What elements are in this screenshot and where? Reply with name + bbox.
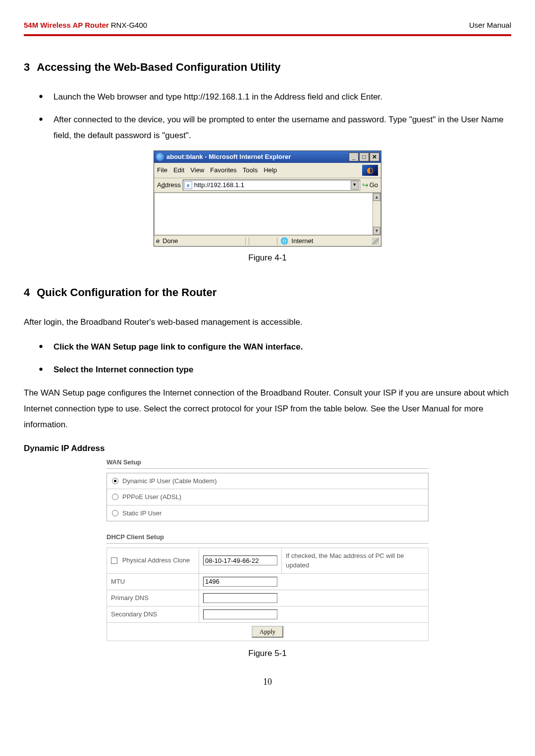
apply-button[interactable]: Apply [252,626,284,638]
section-3-bullets: Launch the Web browser and type http://1… [39,89,511,144]
table-row: Apply [107,622,428,641]
header-divider [24,34,511,36]
list-item: Launch the Web browser and type http://1… [39,89,511,105]
radio-label: Dynamic IP User (Cable Modem) [122,476,216,486]
ie-icon [156,153,164,161]
ie-statusbar: e Done 🌐 Internet [154,235,381,246]
go-label: Go [370,180,378,190]
status-done: Done [162,236,178,246]
menu-help[interactable]: Help [264,165,277,175]
status-zone: Internet [291,236,313,246]
ie-title-text: about:blank - Microsoft Internet Explore… [166,152,348,162]
page-number: 10 [24,675,511,689]
pac-label: Physical Address Clone [122,556,190,564]
section-4-bold-bullets: Click the WAN Setup page link to configu… [39,339,511,378]
section-4-heading: 4Quick Configuration for the Router [24,284,511,301]
menu-edit[interactable]: Edit [173,165,184,175]
status-page-icon: e [156,236,160,246]
radio-static-ip[interactable]: Static IP User [107,505,428,521]
page-icon: e [184,181,192,189]
radio-pppoe[interactable]: PPPoE User (ADSL) [107,489,428,505]
section-3-title: Accessing the Web-Based Configuration Ut… [37,61,280,73]
section-4-intro: After login, the Broadband Router's web-… [24,314,511,330]
section-3-number: 3 [24,61,30,73]
secondary-dns-label: Secondary DNS [107,606,199,622]
page-header: 54M Wireless AP Router RNX-G400 User Man… [24,20,511,33]
table-row: Primary DNS [107,590,428,606]
go-icon: ↪ [362,180,369,191]
checkbox-pac[interactable] [111,557,117,564]
table-row: Physical Address Clone If checked, the M… [107,548,428,573]
wan-radio-group: Dynamic IP User (Cable Modem) PPPoE User… [107,473,428,522]
dynamic-ip-heading: Dynamic IP Address [24,442,511,455]
go-button[interactable]: ↪ Go [362,180,378,191]
dhcp-title: DHCP Client Setup [107,532,428,544]
figure-5-1-caption: Figure 5-1 [24,647,511,660]
ie-address-bar: Address e http://192.168.1.1 ▼ ↪ Go [154,178,381,193]
primary-dns-input[interactable] [203,593,277,603]
radio-label: Static IP User [122,508,161,518]
dhcp-section: DHCP Client Setup Physical Address Clone… [107,532,428,641]
section-3-heading: 3Accessing the Web-Based Configuration U… [24,59,511,75]
address-url: http://192.168.1.1 [194,180,244,190]
primary-dns-label: Primary DNS [107,590,199,606]
mtu-input[interactable] [203,577,277,587]
table-row: Secondary DNS [107,606,428,622]
section-4-paragraph: The WAN Setup page configures the Intern… [24,385,511,433]
pac-note: If checked, the Mac address of PC will b… [282,548,428,573]
scroll-up-icon[interactable]: ▲ [373,193,380,201]
radio-icon [112,494,118,500]
secondary-dns-input[interactable] [203,609,277,619]
address-dropdown-icon[interactable]: ▼ [351,181,359,190]
header-product-model: RNX-G400 [109,21,148,29]
globe-icon: 🌐 [280,236,288,246]
address-label: Address [157,180,181,190]
radio-dynamic-ip[interactable]: Dynamic IP User (Cable Modem) [107,473,428,490]
wan-setup-figure: WAN Setup Dynamic IP User (Cable Modem) … [107,457,428,641]
scrollbar[interactable]: ▲ ▼ [373,193,380,235]
mtu-label: MTU [107,573,199,590]
header-product-red: 54M Wireless AP Router [24,21,109,29]
ie-content-area: ▲ ▼ [154,193,381,235]
radio-label: PPPoE User (ADSL) [122,492,181,502]
menu-tools[interactable]: Tools [243,165,258,175]
list-item: Select the Internet connection type [39,362,511,378]
menu-file[interactable]: File [157,165,167,175]
header-right: User Manual [469,20,511,31]
address-input[interactable]: e http://192.168.1.1 ▼ [183,180,360,191]
list-item: Click the WAN Setup page link to configu… [39,339,511,355]
ie-titlebar: about:blank - Microsoft Internet Explore… [154,151,381,163]
list-item: After connected to the device, you will … [39,112,511,144]
ie-window: about:blank - Microsoft Internet Explore… [154,151,381,247]
section-4-number: 4 [24,286,30,299]
dhcp-table: Physical Address Clone If checked, the M… [107,548,428,641]
wan-setup-title: WAN Setup [107,457,428,469]
section-4-title: Quick Configuration for the Router [37,286,216,299]
resize-grip-icon[interactable] [372,238,379,245]
scroll-down-icon[interactable]: ▼ [373,227,380,235]
close-button[interactable]: ✕ [370,152,379,161]
radio-icon [112,478,118,484]
header-left: 54M Wireless AP Router RNX-G400 [24,20,147,31]
ie-throbber-icon: ◐ [362,165,378,176]
table-row: MTU [107,573,428,590]
minimize-button[interactable]: _ [349,152,359,161]
mac-input[interactable] [203,555,277,565]
menu-view[interactable]: View [190,165,204,175]
ie-menubar: File Edit View Favorites Tools Help ◐ [154,163,381,178]
figure-4-1-caption: Figure 4-1 [24,252,511,264]
radio-icon [112,510,118,516]
maximize-button[interactable]: □ [359,152,369,161]
menu-favorites[interactable]: Favorites [210,165,236,175]
